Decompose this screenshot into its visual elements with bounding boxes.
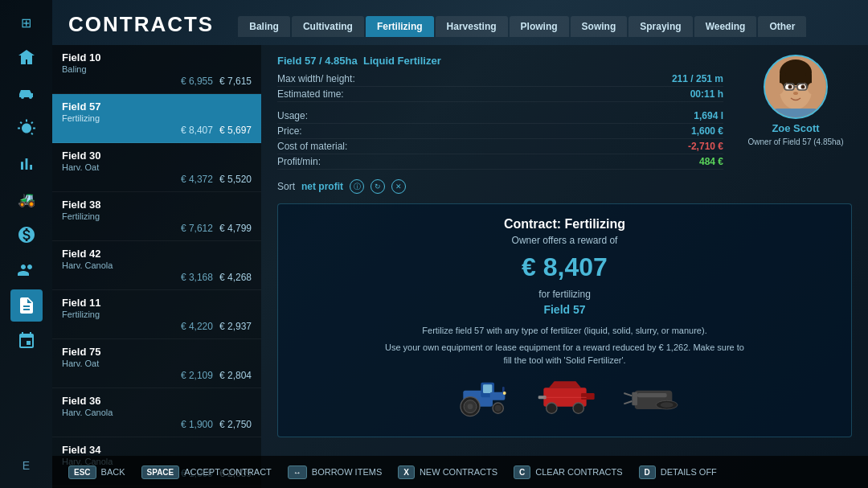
contract-item-field10[interactable]: Field 10 Baling € 6,955 € 7,615: [52, 45, 261, 94]
key-borrow: ↔: [288, 465, 307, 479]
tab-baling[interactable]: Baling: [238, 16, 290, 37]
contract-list: Field 10 Baling € 6,955 € 7,615 Field 57…: [52, 45, 261, 488]
hotkey-back: ESC BACK: [68, 465, 125, 479]
label-clear: CLEAR CONTRACTS: [535, 467, 622, 477]
svg-point-25: [467, 404, 473, 409]
sidebar-icon-stats[interactable]: [10, 148, 43, 180]
detail-row-price: Price: 1,600 €: [277, 124, 723, 139]
tab-harvesting[interactable]: Harvesting: [436, 16, 508, 37]
sidebar-icon-map[interactable]: ⊞: [10, 6, 43, 39]
sidebar-icon-settings[interactable]: E: [10, 449, 43, 482]
svg-line-41: [624, 401, 632, 404]
hotkey-clear: C CLEAR CONTRACTS: [514, 465, 622, 479]
tab-plowing[interactable]: Plowing: [510, 16, 569, 37]
summary-title: Contract: Fertilizing: [504, 217, 625, 232]
svg-rect-42: [637, 393, 667, 397]
summary-field-name: Field 57: [543, 303, 585, 316]
detail-row-profit: Profit/min: 484 €: [277, 154, 723, 170]
svg-line-40: [624, 393, 632, 396]
label-borrow: BORROW ITEMS: [312, 467, 382, 477]
summary-for-label: for fertilizing: [538, 289, 591, 300]
contract-item-field57[interactable]: Field 57 Fertilizing € 8,407 € 5,697: [52, 94, 261, 143]
sort-info-icon[interactable]: ⓘ: [350, 179, 364, 194]
svg-point-16: [793, 92, 798, 95]
sidebar-icon-farm[interactable]: [10, 42, 43, 74]
tab-cultivating[interactable]: Cultivating: [292, 16, 364, 37]
tab-fertilizing[interactable]: Fertilizing: [366, 16, 434, 37]
header: CONTRACTS Baling Cultivating Fertilizing…: [52, 0, 868, 45]
sort-close-icon[interactable]: ✕: [391, 179, 406, 194]
owner-name: Zoe Scott: [772, 122, 819, 134]
sidebar-icon-vehicle[interactable]: [10, 77, 43, 109]
summary-desc2: Use your own equipment or lease equipmen…: [380, 341, 750, 367]
equipment-row: [444, 371, 686, 424]
sort-toggle-icon[interactable]: ↻: [371, 179, 385, 194]
sidebar-icon-worker[interactable]: [10, 254, 43, 286]
detail-row-cost: Cost of material: -2,710 €: [277, 139, 723, 154]
owner-role: Owner of Field 57 (4.85ha): [748, 137, 844, 146]
label-accept: ACCEPT CONTRACT: [184, 467, 272, 477]
sidebar-icon-money[interactable]: [10, 219, 43, 251]
svg-point-32: [573, 403, 583, 413]
detail-row-usage: Usage: 1,694 l: [277, 109, 723, 124]
hotkey-new: X NEW CONTRACTS: [398, 465, 497, 479]
key-d: D: [639, 465, 656, 479]
svg-rect-37: [632, 392, 637, 405]
svg-point-12: [801, 85, 805, 89]
contract-item-field38[interactable]: Field 38 Fertilizing € 7,612 € 4,799: [52, 192, 261, 241]
sidebar-icon-contracts[interactable]: [10, 289, 43, 322]
label-back: BACK: [101, 467, 125, 477]
owner-card: Zoe Scott Owner of Field 57 (4.85ha): [739, 55, 852, 197]
svg-rect-17: [773, 109, 818, 117]
svg-marker-30: [549, 381, 581, 388]
label-new: NEW CONTRACTS: [420, 467, 497, 477]
key-c: C: [514, 465, 530, 479]
hotkey-details: D DETAILS OFF: [639, 465, 717, 479]
main-content: CONTRACTS Baling Cultivating Fertilizing…: [52, 0, 868, 456]
sidebar-icon-weather[interactable]: [10, 113, 43, 145]
label-details: DETAILS OFF: [661, 467, 717, 477]
detail-row-maxwidth: Max width/ height: 211 / 251 m: [277, 72, 723, 87]
tab-spraying[interactable]: Spraying: [628, 16, 692, 37]
detail-panel: Field 57 / 4.85ha Liquid Fertilizer Max …: [261, 45, 868, 488]
detail-row-esttime: Estimated time: 00:11 h: [277, 87, 723, 102]
detail-field-title: Field 57 / 4.85ha Liquid Fertilizer: [277, 55, 723, 67]
tab-bar: Baling Cultivating Fertilizing Harvestin…: [238, 16, 806, 37]
svg-rect-33: [581, 393, 595, 400]
contract-item-field75[interactable]: Field 75 Harv. Oat € 2,109 € 2,804: [52, 339, 261, 388]
svg-point-31: [546, 403, 556, 413]
owner-avatar: [764, 55, 828, 119]
summary-reward: € 8,407: [522, 252, 608, 282]
sidebar-icon-network[interactable]: [10, 325, 43, 357]
key-space: SPACE: [141, 465, 180, 479]
contract-item-field30[interactable]: Field 30 Harv. Oat € 4,372 € 5,520: [52, 143, 261, 192]
sidebar: ⊞ 🚜 E: [0, 0, 52, 488]
sidebar-icon-tractor[interactable]: 🚜: [10, 183, 43, 215]
contract-item-field36[interactable]: Field 36 Harv. Canola € 1,900 € 2,750: [52, 388, 261, 437]
tab-weeding[interactable]: Weeding: [694, 16, 757, 37]
page-title: CONTRACTS: [68, 12, 214, 37]
hotkey-borrow: ↔ BORROW ITEMS: [288, 465, 382, 479]
key-x: X: [398, 465, 415, 479]
svg-point-28: [502, 392, 506, 395]
contract-summary: Contract: Fertilizing Owner offers a rew…: [277, 203, 852, 437]
svg-point-8: [808, 83, 816, 94]
contract-item-field11[interactable]: Field 11 Fertilizing € 4,220 € 2,937: [52, 290, 261, 339]
svg-rect-20: [483, 384, 492, 393]
svg-point-7: [776, 83, 784, 94]
tab-other[interactable]: Other: [758, 16, 806, 37]
svg-point-11: [788, 85, 792, 89]
bottom-bar: ESC BACK SPACE ACCEPT CONTRACT ↔ BORROW …: [52, 456, 868, 488]
contract-item-field42[interactable]: Field 42 Harv. Canola € 3,168 € 4,268: [52, 241, 261, 290]
equipment-spreader: [533, 377, 597, 417]
svg-point-27: [494, 404, 501, 411]
spreader-svg: [533, 377, 597, 417]
sort-row: Sort net profit ⓘ ↻ ✕: [277, 176, 723, 197]
tab-sowing[interactable]: Sowing: [571, 16, 628, 37]
detail-top: Field 57 / 4.85ha Liquid Fertilizer Max …: [277, 55, 852, 197]
detail-info: Field 57 / 4.85ha Liquid Fertilizer Max …: [277, 55, 723, 197]
attachment-svg: [621, 377, 686, 417]
equipment-attachment: [621, 377, 686, 417]
content-area: Field 10 Baling € 6,955 € 7,615 Field 57…: [52, 45, 868, 488]
summary-subtitle: Owner offers a reward of: [512, 235, 618, 246]
